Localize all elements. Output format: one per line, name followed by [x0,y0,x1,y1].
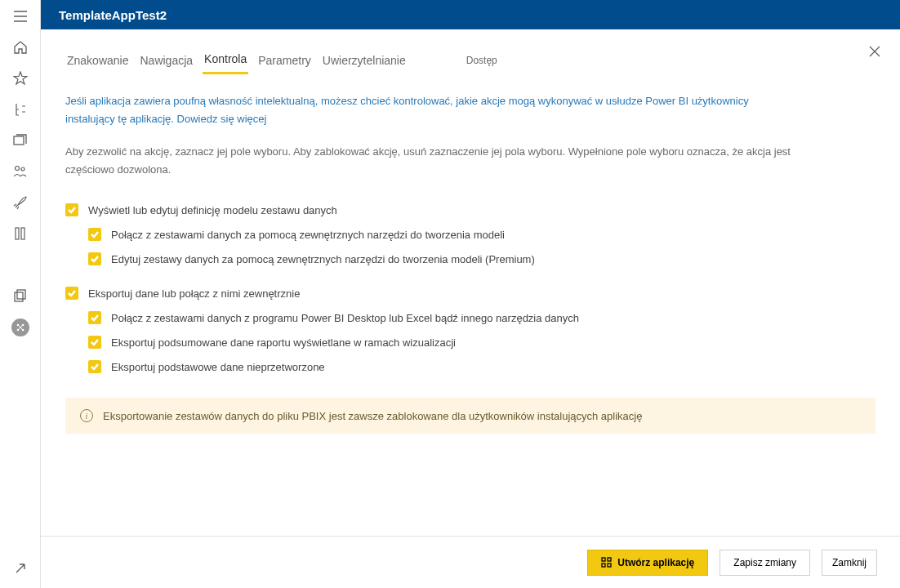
tab-access[interactable]: Dostęp [465,51,499,73]
home-icon[interactable] [12,39,29,56]
svg-rect-20 [602,564,605,567]
hamburger-icon[interactable] [12,8,29,24]
tab-branding[interactable]: Znakowanie [65,51,131,74]
tab-navigation[interactable]: Nawigacja [139,51,195,74]
checkbox-icon[interactable] [65,287,78,300]
checkbox-connect-external-tools[interactable]: Połącz z zestawami danych za pomocą zewn… [88,228,875,241]
checkbox-label: Połącz z zestawami danych za pomocą zewn… [111,229,505,241]
checkbox-icon[interactable] [88,311,101,324]
tab-authentication[interactable]: Uwierzytelnianie [321,51,408,74]
checkbox-label: Eksportuj podstawowe dane nieprzetworzon… [111,361,325,373]
checkbox-label: Eksportuj podsumowane dane raportu wyświ… [111,336,456,349]
expand-icon[interactable] [12,560,29,577]
svg-point-4 [15,167,19,171]
checkbox-label: Połącz z zestawami danych z programu Pow… [111,312,579,324]
tree-icon[interactable] [12,101,29,118]
app-icon [601,557,613,568]
checkbox-export-connect[interactable]: Eksportuj dane lub połącz z nimi zewnętr… [65,287,875,300]
left-nav [0,0,41,588]
checkbox-edit-premium[interactable]: Edytuj zestawy danych za pomocą zewnętrz… [88,252,875,265]
checkbox-view-edit-model[interactable]: Wyświetl lub edytuj definicję modelu zes… [65,203,875,216]
checkbox-export-underlying[interactable]: Eksportuj podstawowe dane nieprzetworzon… [88,360,875,373]
learn-more-link[interactable]: Dowiedz się więcej [177,113,267,125]
svg-rect-21 [608,564,611,567]
star-icon[interactable] [12,70,29,87]
info-icon: i [80,409,93,422]
svg-point-5 [21,167,25,171]
tab-control[interactable]: Kontrola [203,49,248,74]
checkbox-icon[interactable] [88,252,101,265]
svg-rect-8 [15,292,23,301]
checkbox-icon[interactable] [88,360,101,373]
checkbox-label: Wyświetl lub edytuj definicję modelu zes… [88,204,337,216]
checkbox-connect-desktop-excel[interactable]: Połącz z zestawami danych z programu Pow… [88,311,875,324]
svg-rect-9 [17,290,25,299]
create-app-button[interactable]: Utwórz aplikację [587,550,708,576]
close-button[interactable]: Zamknij [822,550,877,576]
tabs: Znakowanie Nawigacja Kontrola Parametry … [65,49,875,74]
checkbox-label: Eksportuj dane lub połącz z nimi zewnętr… [88,287,300,300]
app-header: TemplateAppTest2 [41,0,900,29]
checkbox-icon[interactable] [88,228,101,241]
checkbox-icon[interactable] [65,203,78,216]
footer: Utwórz aplikację Zapisz zmiany Zamknij [41,536,900,588]
save-button[interactable]: Zapisz zmiany [720,550,810,576]
info-text: Eksportowanie zestawów danych do pliku P… [103,410,642,422]
svg-rect-19 [608,558,611,561]
copy-icon[interactable] [12,287,29,304]
people-icon[interactable] [12,163,29,180]
app-title: TemplateAppTest2 [59,8,167,22]
info-bar: i Eksportowanie zestawów danych do pliku… [65,398,875,434]
checkbox-label: Edytuj zestawy danych za pomocą zewnętrz… [111,253,535,265]
rocket-icon[interactable] [12,194,29,211]
svg-rect-3 [14,136,24,145]
helper-text: Aby zezwolić na akcję, zaznacz jej pole … [65,143,800,179]
app-badge-icon[interactable] [11,318,29,336]
intro-text: Jeśli aplikacja zawiera poufną własność … [65,92,800,128]
close-icon[interactable] [869,46,880,57]
checkbox-icon[interactable] [88,336,101,349]
workspace-icon[interactable] [12,132,29,149]
svg-rect-18 [602,558,605,561]
svg-rect-7 [21,228,25,239]
checkbox-export-summarized[interactable]: Eksportuj podsumowane dane raportu wyświ… [88,336,875,349]
svg-rect-6 [16,228,19,239]
tab-parameters[interactable]: Parametry [256,51,313,74]
data-icon[interactable] [12,225,29,242]
